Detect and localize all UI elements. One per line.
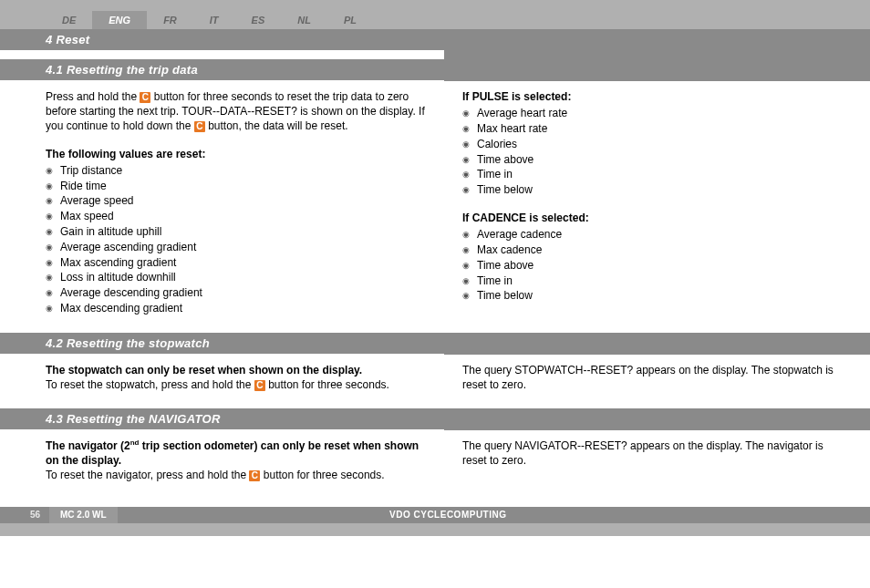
section-4-2-body: The stopwatch can only be reset when sho…: [0, 354, 870, 408]
list-item: Max cadence: [462, 242, 843, 258]
stopwatch-text: To reset the stopwatch, press and hold t…: [46, 377, 426, 392]
lang-tab-de[interactable]: DE: [46, 11, 92, 29]
cadence-title: If CADENCE is selected:: [462, 211, 843, 225]
list-item: Ride time: [46, 179, 426, 194]
cadence-list: Average cadence Max cadence Time above T…: [462, 227, 843, 304]
navigator-right: The query NAVIGATOR--RESET? appears on t…: [462, 438, 843, 468]
lang-tab-nl[interactable]: NL: [281, 11, 327, 29]
divider-bar: [0, 50, 870, 59]
c-button-icon: C: [140, 92, 150, 103]
c-button-icon: C: [254, 380, 265, 391]
list-item: Average ascending gradient: [46, 240, 426, 255]
navigator-text: To reset the navigator, press and hold t…: [46, 468, 426, 482]
list-item: Trip distance: [46, 163, 426, 179]
reset-trip-paragraph: Press and hold the C button for three se…: [46, 89, 426, 134]
section-4-3-body: The navigator (2nd trip section odometer…: [0, 429, 870, 507]
stopwatch-bold: The stopwatch can only be reset when sho…: [46, 363, 426, 377]
list-item: Average heart rate: [462, 106, 843, 121]
c-button-icon: C: [194, 121, 205, 132]
c-button-icon: C: [249, 470, 260, 481]
list-item: Time below: [462, 288, 843, 304]
navigator-bold: The navigator (2nd trip section odometer…: [46, 438, 426, 468]
list-item: Max speed: [46, 209, 426, 224]
section-4-2-title: 4.2 Resetting the stopwatch: [0, 333, 870, 354]
list-item: Time above: [462, 258, 843, 273]
list-item: Average speed: [46, 193, 426, 209]
section-4-title: 4 Reset: [0, 29, 870, 50]
section-4-3-title: 4.3 Resetting the NAVIGATOR: [0, 408, 870, 429]
lang-tab-pl[interactable]: PL: [327, 11, 373, 29]
list-item: Max descending gradient: [46, 301, 426, 316]
stopwatch-right: The query STOPWATCH--RESET? appears on t…: [462, 363, 843, 392]
lang-tab-fr[interactable]: FR: [147, 11, 193, 29]
reset-values-list: Trip distance Ride time Average speed Ma…: [46, 163, 426, 316]
list-item: Max heart rate: [462, 121, 843, 137]
list-item: Average descending gradient: [46, 285, 426, 301]
lang-tab-es[interactable]: ES: [235, 11, 282, 29]
pulse-title: If PULSE is selected:: [462, 89, 843, 104]
list-item: Average cadence: [462, 227, 843, 242]
bottom-stripe: [0, 523, 870, 536]
page-footer: 56 MC 2.0 WL VDO CYCLECOMPUTING: [0, 507, 870, 523]
list-item: Loss in altitude downhill: [46, 270, 426, 285]
list-item: Time above: [462, 152, 843, 168]
section-4-1-body: Press and hold the C button for three se…: [0, 80, 870, 333]
list-item: Time below: [462, 182, 843, 198]
list-item: Max ascending gradient: [46, 255, 426, 271]
lang-tab-eng[interactable]: ENG: [92, 11, 147, 29]
language-bar: DE ENG FR IT ES NL PL: [0, 0, 870, 29]
section-4-1-title: 4.1 Resetting the trip data: [0, 59, 870, 80]
list-item: Calories: [462, 137, 843, 152]
pulse-list: Average heart rate Max heart rate Calori…: [462, 106, 843, 198]
list-item: Time in: [462, 167, 843, 182]
list-item: Time in: [462, 273, 843, 289]
list-item: Gain in altitude uphill: [46, 224, 426, 240]
lang-tab-it[interactable]: IT: [193, 11, 235, 29]
reset-list-title: The following values are reset:: [46, 147, 426, 161]
footer-brand: VDO CYCLECOMPUTING: [26, 510, 870, 520]
